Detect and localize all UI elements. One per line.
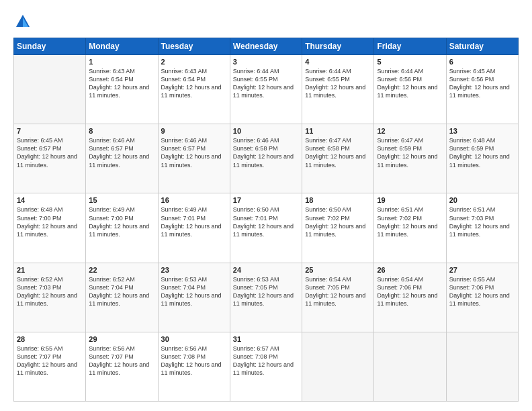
day-number: 3 (233, 58, 299, 66)
day-info: Sunrise: 6:44 AM Sunset: 6:55 PM Dayligh… (233, 67, 299, 100)
calendar-cell: 6Sunrise: 6:45 AM Sunset: 6:56 PM Daylig… (446, 55, 518, 124)
calendar-cell: 25Sunrise: 6:54 AM Sunset: 7:05 PM Dayli… (302, 263, 374, 332)
calendar-cell: 17Sunrise: 6:50 AM Sunset: 7:01 PM Dayli… (230, 193, 302, 263)
day-number: 30 (161, 335, 227, 343)
calendar-cell: 12Sunrise: 6:47 AM Sunset: 6:59 PM Dayli… (374, 124, 446, 193)
day-info: Sunrise: 6:43 AM Sunset: 6:54 PM Dayligh… (89, 67, 154, 100)
day-number: 16 (161, 196, 227, 204)
calendar-header-sunday: Sunday (14, 38, 86, 55)
calendar-week-row: 14Sunrise: 6:48 AM Sunset: 7:00 PM Dayli… (14, 193, 519, 263)
calendar-header-tuesday: Tuesday (158, 38, 230, 55)
calendar-header-monday: Monday (86, 38, 158, 55)
calendar-cell (446, 332, 518, 401)
day-info: Sunrise: 6:53 AM Sunset: 7:05 PM Dayligh… (233, 275, 299, 308)
day-info: Sunrise: 6:47 AM Sunset: 6:58 PM Dayligh… (305, 136, 371, 169)
day-info: Sunrise: 6:46 AM Sunset: 6:57 PM Dayligh… (89, 136, 154, 169)
logo (13, 12, 35, 31)
calendar-header-wednesday: Wednesday (230, 38, 302, 55)
day-info: Sunrise: 6:52 AM Sunset: 7:04 PM Dayligh… (89, 275, 154, 308)
day-info: Sunrise: 6:44 AM Sunset: 6:55 PM Dayligh… (305, 67, 371, 100)
day-number: 20 (449, 196, 515, 204)
calendar-cell: 3Sunrise: 6:44 AM Sunset: 6:55 PM Daylig… (230, 55, 302, 124)
calendar-cell: 27Sunrise: 6:55 AM Sunset: 7:06 PM Dayli… (446, 263, 518, 332)
day-number: 8 (89, 127, 154, 135)
calendar-cell: 31Sunrise: 6:57 AM Sunset: 7:08 PM Dayli… (230, 332, 302, 401)
day-number: 22 (89, 266, 154, 274)
calendar-week-row: 7Sunrise: 6:45 AM Sunset: 6:57 PM Daylig… (14, 124, 519, 193)
calendar-cell: 1Sunrise: 6:43 AM Sunset: 6:54 PM Daylig… (86, 55, 158, 124)
day-info: Sunrise: 6:57 AM Sunset: 7:08 PM Dayligh… (233, 345, 299, 377)
day-number: 31 (233, 335, 299, 343)
calendar-cell: 11Sunrise: 6:47 AM Sunset: 6:58 PM Dayli… (302, 124, 374, 193)
day-number: 18 (305, 196, 371, 204)
calendar-cell: 26Sunrise: 6:54 AM Sunset: 7:06 PM Dayli… (374, 263, 446, 332)
calendar-week-row: 28Sunrise: 6:55 AM Sunset: 7:07 PM Dayli… (14, 332, 519, 401)
day-info: Sunrise: 6:45 AM Sunset: 6:57 PM Dayligh… (17, 136, 83, 169)
day-number: 21 (17, 266, 83, 274)
day-number: 25 (305, 266, 371, 274)
day-info: Sunrise: 6:54 AM Sunset: 7:06 PM Dayligh… (377, 275, 443, 308)
day-number: 12 (377, 127, 443, 135)
day-number: 13 (449, 127, 515, 135)
calendar-header-thursday: Thursday (302, 38, 374, 55)
day-number: 2 (161, 58, 227, 66)
calendar-table: SundayMondayTuesdayWednesdayThursdayFrid… (13, 38, 519, 402)
day-number: 23 (161, 266, 227, 274)
day-info: Sunrise: 6:46 AM Sunset: 6:57 PM Dayligh… (161, 136, 227, 169)
day-number: 14 (17, 196, 83, 204)
calendar-cell (14, 55, 86, 124)
calendar-cell: 4Sunrise: 6:44 AM Sunset: 6:55 PM Daylig… (302, 55, 374, 124)
header (13, 12, 519, 31)
day-number: 9 (161, 127, 227, 135)
calendar-week-row: 1Sunrise: 6:43 AM Sunset: 6:54 PM Daylig… (14, 55, 519, 124)
calendar-cell: 15Sunrise: 6:49 AM Sunset: 7:00 PM Dayli… (86, 193, 158, 263)
day-info: Sunrise: 6:55 AM Sunset: 7:07 PM Dayligh… (17, 345, 83, 377)
day-number: 29 (89, 335, 154, 343)
day-info: Sunrise: 6:48 AM Sunset: 7:00 PM Dayligh… (17, 205, 83, 238)
calendar-cell: 20Sunrise: 6:51 AM Sunset: 7:03 PM Dayli… (446, 193, 518, 263)
calendar-cell: 9Sunrise: 6:46 AM Sunset: 6:57 PM Daylig… (158, 124, 230, 193)
day-number: 17 (233, 196, 299, 204)
day-number: 27 (449, 266, 515, 274)
day-number: 5 (377, 58, 443, 66)
calendar-cell: 2Sunrise: 6:43 AM Sunset: 6:54 PM Daylig… (158, 55, 230, 124)
calendar-cell: 16Sunrise: 6:49 AM Sunset: 7:01 PM Dayli… (158, 193, 230, 263)
day-number: 11 (305, 127, 371, 135)
calendar-cell: 29Sunrise: 6:56 AM Sunset: 7:07 PM Dayli… (86, 332, 158, 401)
day-info: Sunrise: 6:49 AM Sunset: 7:00 PM Dayligh… (89, 205, 154, 238)
calendar-cell (302, 332, 374, 401)
day-number: 24 (233, 266, 299, 274)
calendar-cell: 24Sunrise: 6:53 AM Sunset: 7:05 PM Dayli… (230, 263, 302, 332)
calendar-header-row: SundayMondayTuesdayWednesdayThursdayFrid… (14, 38, 519, 55)
day-info: Sunrise: 6:50 AM Sunset: 7:01 PM Dayligh… (233, 205, 299, 238)
calendar-cell: 14Sunrise: 6:48 AM Sunset: 7:00 PM Dayli… (14, 193, 86, 263)
day-info: Sunrise: 6:46 AM Sunset: 6:58 PM Dayligh… (233, 136, 299, 169)
calendar-cell: 19Sunrise: 6:51 AM Sunset: 7:02 PM Dayli… (374, 193, 446, 263)
calendar-cell: 8Sunrise: 6:46 AM Sunset: 6:57 PM Daylig… (86, 124, 158, 193)
calendar-cell: 21Sunrise: 6:52 AM Sunset: 7:03 PM Dayli… (14, 263, 86, 332)
calendar-cell: 22Sunrise: 6:52 AM Sunset: 7:04 PM Dayli… (86, 263, 158, 332)
calendar-cell (374, 332, 446, 401)
day-number: 26 (377, 266, 443, 274)
logo-icon (13, 12, 32, 31)
day-info: Sunrise: 6:45 AM Sunset: 6:56 PM Dayligh… (449, 67, 515, 100)
calendar-cell: 18Sunrise: 6:50 AM Sunset: 7:02 PM Dayli… (302, 193, 374, 263)
calendar-cell: 7Sunrise: 6:45 AM Sunset: 6:57 PM Daylig… (14, 124, 86, 193)
calendar-header-friday: Friday (374, 38, 446, 55)
page: SundayMondayTuesdayWednesdayThursdayFrid… (0, 0, 532, 411)
calendar-cell: 23Sunrise: 6:53 AM Sunset: 7:04 PM Dayli… (158, 263, 230, 332)
day-number: 4 (305, 58, 371, 66)
day-number: 7 (17, 127, 83, 135)
calendar-week-row: 21Sunrise: 6:52 AM Sunset: 7:03 PM Dayli… (14, 263, 519, 332)
day-number: 6 (449, 58, 515, 66)
day-info: Sunrise: 6:51 AM Sunset: 7:02 PM Dayligh… (377, 205, 443, 238)
day-info: Sunrise: 6:56 AM Sunset: 7:08 PM Dayligh… (161, 345, 227, 377)
day-info: Sunrise: 6:48 AM Sunset: 6:59 PM Dayligh… (449, 136, 515, 169)
day-number: 15 (89, 196, 154, 204)
day-info: Sunrise: 6:56 AM Sunset: 7:07 PM Dayligh… (89, 345, 154, 377)
day-info: Sunrise: 6:52 AM Sunset: 7:03 PM Dayligh… (17, 275, 83, 308)
day-info: Sunrise: 6:47 AM Sunset: 6:59 PM Dayligh… (377, 136, 443, 169)
day-info: Sunrise: 6:54 AM Sunset: 7:05 PM Dayligh… (305, 275, 371, 308)
day-number: 28 (17, 335, 83, 343)
calendar-cell: 28Sunrise: 6:55 AM Sunset: 7:07 PM Dayli… (14, 332, 86, 401)
